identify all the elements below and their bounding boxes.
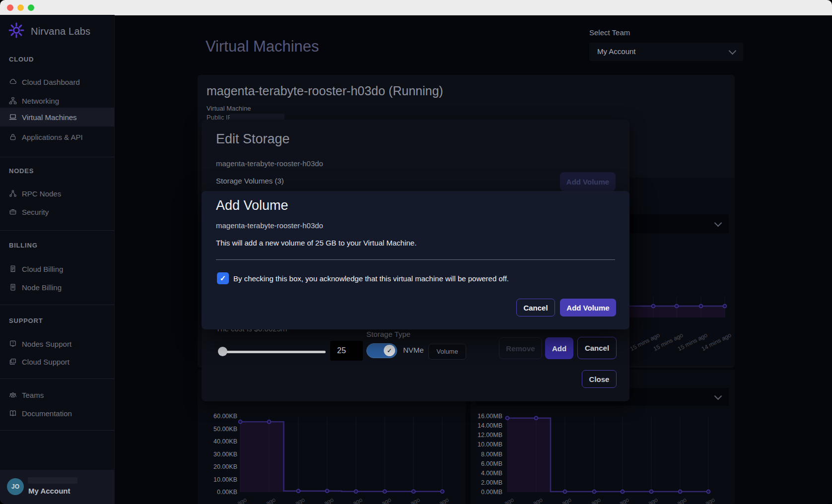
bottom-left-chart: 0.00KB10.00KB20.00KB30.00KB40.00KB50.00K… (198, 410, 466, 504)
svg-text:0.00MB: 0.00MB (481, 489, 502, 496)
storage-volumes-label: Storage Volumes (3) (216, 177, 284, 185)
size-input[interactable] (330, 341, 363, 361)
rpc-nodes-icon (9, 189, 17, 197)
add-volume-button[interactable]: Add Volume (560, 172, 616, 191)
sidebar-divider (0, 230, 114, 231)
svg-text:mins ago: mins ago (519, 496, 544, 504)
remove-button[interactable]: Remove (499, 337, 542, 359)
storage-type-label: Storage Type (366, 330, 411, 338)
svg-text:mins ago: mins ago (577, 496, 602, 504)
add-volume-dialog-body: This will add a new volume of 25 GB to y… (216, 239, 416, 247)
svg-text:mins ago: mins ago (606, 496, 630, 504)
select-team-label: Select Team (589, 28, 630, 37)
dialog-add-volume-button[interactable]: Add Volume (560, 299, 616, 316)
svg-text:10.00MB: 10.00MB (478, 441, 502, 448)
chevron-down-icon (714, 219, 722, 227)
account-name-redacted (28, 477, 77, 484)
svg-text:mins ago: mins ago (223, 496, 248, 504)
cancel-button[interactable]: Cancel (577, 337, 617, 359)
vm-type-label: Virtual Machine (207, 105, 251, 112)
macos-titlebar (0, 0, 832, 15)
svg-text:4.00MB: 4.00MB (481, 470, 502, 477)
bottom-right-chart: 0.00MB2.00MB4.00MB6.00MB8.00MB10.00MB12.… (471, 410, 735, 504)
brand-name: Nirvana Labs (31, 26, 90, 37)
dialog-divider (216, 259, 615, 260)
applications-api-icon (9, 133, 17, 141)
brand: Nirvana Labs (8, 22, 90, 41)
svg-text:30.00KB: 30.00KB (213, 451, 237, 458)
svg-text:mins ago: mins ago (634, 496, 659, 504)
add-button[interactable]: Add (545, 337, 573, 359)
svg-text:12.00MB: 12.00MB (478, 432, 502, 439)
svg-text:14.00MB: 14.00MB (478, 422, 502, 429)
sidebar-item-node-billing[interactable]: Node Billing (0, 278, 114, 297)
svg-text:mins ago: mins ago (310, 496, 335, 504)
minimize-window-icon[interactable] (17, 4, 24, 11)
sidebar-divider (0, 378, 114, 379)
size-slider[interactable] (221, 351, 326, 353)
svg-text:mins ago: mins ago (692, 496, 716, 504)
svg-text:10.00KB: 10.00KB (213, 476, 237, 483)
volume-type-chip[interactable]: Volume (428, 344, 466, 360)
close-window-icon[interactable] (7, 4, 13, 11)
team-select[interactable]: My Account (589, 43, 743, 61)
size-slider-handle[interactable] (218, 347, 227, 356)
nodes-support-icon: ? (9, 340, 17, 348)
svg-text:16.00MB: 16.00MB (478, 413, 502, 420)
close-button[interactable]: Close (582, 370, 617, 388)
sidebar-section-support: SUPPORT (9, 317, 43, 324)
zoom-window-icon[interactable] (28, 4, 34, 11)
cloud-billing-icon (9, 265, 17, 273)
svg-text:50.00KB: 50.00KB (213, 426, 237, 433)
svg-text:2.00MB: 2.00MB (481, 479, 502, 486)
team-select-value: My Account (597, 47, 636, 56)
svg-text:40.00KB: 40.00KB (213, 438, 237, 445)
svg-text:mins ago: mins ago (252, 496, 277, 504)
sidebar-item-teams[interactable]: Teams (0, 385, 114, 404)
svg-text:0.00KB: 0.00KB (217, 489, 237, 496)
svg-text:mins ago: mins ago (663, 496, 688, 504)
svg-text:mins ago: mins ago (281, 496, 306, 504)
chevron-down-icon (714, 392, 722, 400)
svg-text:mins ago: mins ago (490, 496, 515, 504)
sidebar-divider (0, 157, 114, 157)
sidebar-item-cloud-billing[interactable]: Cloud Billing (0, 259, 114, 278)
sidebar-item-cloud-support[interactable]: ? Cloud Support (0, 352, 114, 371)
sidebar-item-cloud-dashboard[interactable]: Cloud Dashboard (0, 72, 114, 91)
dialog-cancel-button[interactable]: Cancel (516, 299, 555, 316)
edit-storage-title: Edit Storage (216, 131, 290, 147)
svg-text:?: ? (12, 341, 14, 345)
svg-text:?: ? (12, 359, 14, 363)
storage-type-value: NVMe (403, 346, 424, 354)
node-billing-icon (9, 283, 17, 291)
brand-logo-icon (8, 22, 25, 41)
vm-title: magenta-terabyte-rooster-h03do (Running) (207, 84, 443, 98)
cloud-support-icon: ? (9, 358, 17, 366)
sidebar-divider (0, 305, 114, 305)
svg-text:mins ago: mins ago (548, 496, 573, 504)
svg-text:mins ago: mins ago (339, 496, 364, 504)
documentation-icon (9, 409, 17, 417)
storage-type-toggle[interactable]: ✓ (366, 343, 397, 358)
sidebar-item-rpc-nodes[interactable]: RPC Nodes (0, 184, 114, 203)
sidebar-item-documentation[interactable]: Documentation (0, 404, 114, 423)
svg-text:6.00MB: 6.00MB (481, 460, 502, 467)
page-title: Virtual Machines (206, 38, 319, 56)
svg-text:mins ago: mins ago (425, 496, 450, 504)
sidebar-item-nodes-support[interactable]: ? Nodes Support (0, 334, 114, 353)
acknowledge-checkbox[interactable]: ✓ (217, 272, 229, 284)
cloud-icon (9, 78, 17, 86)
sidebar-item-security[interactable]: Security (0, 202, 114, 221)
svg-text:mins ago: mins ago (397, 496, 421, 504)
chevron-down-icon (729, 47, 737, 55)
sidebar-item-applications-api[interactable]: Applications & API (0, 127, 114, 146)
svg-text:8.00MB: 8.00MB (481, 451, 502, 458)
sidebar-item-virtual-machines[interactable]: Virtual Machines (0, 108, 114, 126)
svg-text:20.00KB: 20.00KB (213, 463, 237, 470)
networking-icon (9, 97, 17, 105)
add-volume-dialog: Add Volume magenta-terabyte-rooster-h03d… (202, 191, 629, 329)
sidebar-divider (0, 430, 114, 431)
account-bar[interactable]: JO My Account (0, 470, 114, 504)
svg-text:mins ago: mins ago (368, 496, 393, 504)
acknowledge-checkbox-label: By checking this box, you acknowledge th… (233, 274, 509, 283)
